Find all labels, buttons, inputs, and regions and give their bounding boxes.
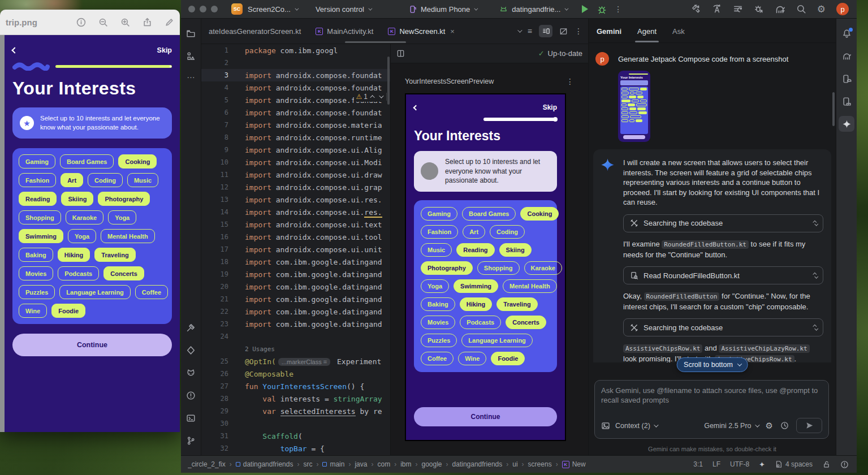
interest-chip[interactable]: Mental Health [101, 229, 155, 243]
tab-options-icon[interactable]: ⋮ [575, 27, 582, 35]
interest-chip[interactable]: Podcasts [460, 316, 501, 329]
interest-chip[interactable]: Swimming [454, 279, 498, 293]
interest-chip[interactable]: Art [61, 173, 83, 187]
interest-chip[interactable]: Foodie [491, 352, 525, 365]
logcat-icon[interactable] [183, 365, 199, 381]
run-button[interactable] [582, 5, 588, 13]
back-icon[interactable] [11, 47, 18, 53]
device-manager-icon[interactable] [839, 71, 854, 87]
minimize-window-button[interactable] [200, 6, 206, 12]
project-folder-icon[interactable] [183, 25, 199, 41]
interest-chip[interactable]: Language Learning [59, 285, 130, 299]
design-view-icon[interactable] [559, 27, 568, 36]
interest-chip[interactable]: Gaming [19, 154, 55, 169]
breadcrumb-item[interactable]: _circle_2_fix [188, 460, 226, 468]
terminal-icon[interactable] [183, 410, 199, 426]
interest-chip[interactable]: Cooking [118, 154, 157, 169]
close-tab-icon[interactable]: × [450, 27, 455, 36]
notifications-bell-icon[interactable] [839, 25, 854, 41]
gemini-settings-icon[interactable]: ⚙ [766, 421, 773, 430]
send-button[interactable] [796, 418, 822, 433]
file-encoding[interactable]: UTF-8 [730, 460, 749, 468]
continue-button[interactable]: Continue [414, 407, 557, 426]
zoom-in-icon[interactable] [120, 18, 130, 27]
more-tool-windows-icon[interactable]: … [187, 71, 195, 79]
code-view-icon[interactable]: ≡ [528, 27, 532, 35]
tab-ask[interactable]: Ask [672, 27, 685, 42]
interest-chip[interactable]: Karaoke [66, 210, 103, 224]
branch-selector[interactable]: datingandfrie... [499, 5, 567, 14]
breadcrumb-item[interactable]: main [322, 460, 344, 468]
interest-chip[interactable]: Karaoke [524, 261, 562, 275]
zoom-out-icon[interactable] [98, 18, 108, 27]
problems-icon[interactable] [183, 387, 199, 403]
breadcrumb-item[interactable]: ui [512, 460, 517, 468]
continue-button[interactable]: Continue [12, 334, 172, 356]
inspection-widget[interactable]: ⚠ 1 [354, 92, 389, 102]
interest-chip[interactable]: Art [463, 225, 485, 239]
expander-icon[interactable] [814, 273, 817, 278]
interest-chip[interactable]: Baking [421, 297, 455, 311]
build-run-tools-icon[interactable] [691, 4, 701, 14]
rename-refactor-icon[interactable] [712, 4, 722, 14]
tab-scrollbar[interactable] [345, 41, 406, 43]
interest-chip[interactable]: Skiing [61, 192, 93, 206]
info-icon[interactable] [76, 18, 86, 27]
interest-chip[interactable]: Coding [88, 173, 123, 187]
tab-agent[interactable]: Agent [637, 27, 657, 42]
interest-chip[interactable]: Puzzles [421, 334, 457, 347]
breadcrumb-item[interactable]: screens [528, 460, 552, 468]
back-icon[interactable] [413, 105, 419, 110]
interest-chip[interactable]: Coffee [135, 285, 168, 299]
expander-icon[interactable] [814, 325, 817, 330]
skip-button[interactable]: Skip [157, 46, 172, 54]
version-control-icon[interactable] [183, 433, 199, 448]
interest-chip[interactable]: Board Games [60, 154, 114, 169]
interest-chip[interactable]: Language Learning [461, 334, 532, 347]
interest-chip[interactable]: Wine [458, 352, 486, 365]
interest-chip[interactable]: Movies [421, 316, 455, 329]
project-selector[interactable]: Screen2Co... [248, 5, 297, 14]
breadcrumb-item[interactable]: ibm [400, 460, 411, 468]
gemini-input-box[interactable]: Context (2) Gemini 2.5 Pro ⚙ [594, 380, 829, 439]
interest-chip[interactable]: Traveling [94, 248, 135, 262]
interest-chip[interactable]: Reading [456, 243, 494, 257]
user-avatar[interactable]: p [836, 3, 849, 15]
caret-position[interactable]: 3:1 [693, 460, 703, 468]
interest-chip[interactable]: Cooking [520, 207, 559, 221]
breadcrumb-item[interactable]: datingandfriends [236, 460, 293, 468]
next-problem-icon[interactable] [379, 93, 383, 98]
prev-problem-icon[interactable] [370, 95, 374, 100]
interest-chip[interactable]: Music [421, 243, 452, 257]
interest-chip[interactable]: Photography [421, 261, 473, 275]
split-view-icon[interactable] [539, 25, 552, 37]
editor-tab[interactable]: KMainActivity.kt [308, 19, 381, 44]
editor-tab[interactable]: KNewScreen.kt× [381, 19, 462, 44]
close-window-button[interactable] [188, 6, 195, 12]
interest-chip[interactable]: Movies [19, 266, 53, 280]
share-icon[interactable] [142, 18, 152, 27]
interest-chip[interactable]: Reading [19, 192, 57, 206]
build-hammer-icon[interactable] [183, 319, 199, 335]
interest-chip[interactable]: Fashion [421, 225, 458, 239]
tool-call-box[interactable]: Read RoundedFilledButton.kt [623, 266, 823, 284]
todo-list-icon[interactable] [733, 4, 743, 14]
tab-list-chevron-icon[interactable] [517, 28, 522, 32]
interest-chip[interactable]: Baking [19, 248, 53, 262]
spark-icon[interactable]: ✦ [759, 460, 765, 469]
interest-chip[interactable]: Yoga [68, 229, 96, 243]
more-run-options-icon[interactable]: ⋮ [614, 5, 622, 13]
interest-chip[interactable]: Fashion [19, 173, 56, 187]
attach-image-icon[interactable] [601, 421, 610, 430]
expander-icon[interactable] [814, 221, 817, 226]
interest-chip[interactable]: Photography [98, 192, 150, 206]
interest-chip[interactable]: Swimming [19, 229, 63, 243]
gemini-tool-icon[interactable] [839, 116, 854, 132]
interest-chip[interactable]: Shopping [19, 210, 61, 224]
interest-chip[interactable]: Coding [490, 225, 525, 239]
tool-call-box[interactable]: Searching the codebase [623, 318, 823, 336]
screenshot-attachment[interactable]: Your Interests [618, 71, 650, 142]
profiler-icon[interactable] [754, 4, 764, 14]
structure-icon[interactable] [183, 48, 199, 64]
editor-scrollbar[interactable] [387, 57, 390, 105]
